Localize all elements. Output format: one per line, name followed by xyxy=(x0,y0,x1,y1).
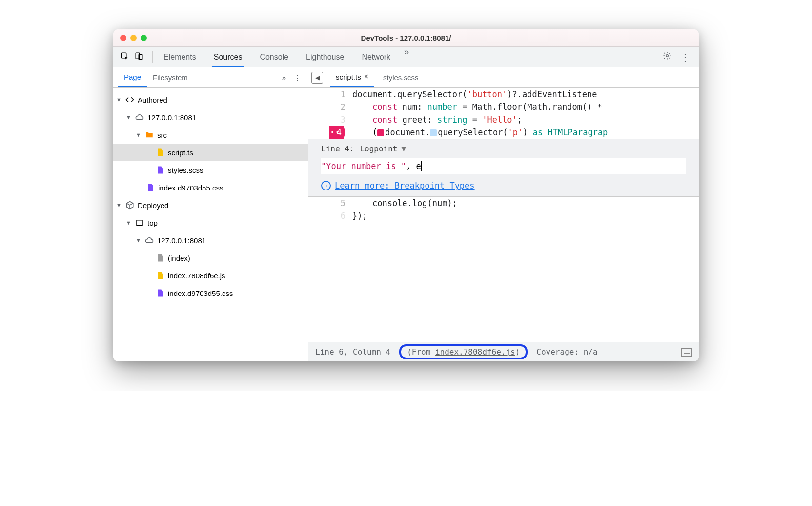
chevron-down-icon: ▼ xyxy=(402,144,406,153)
code-line[interactable]: const greet: string = 'Hello'; xyxy=(352,113,699,126)
navigator-toggle-icon[interactable]: ◀ xyxy=(311,72,323,84)
gutter[interactable]: 5 6 xyxy=(308,197,352,222)
cursor-position: Line 6, Column 4 xyxy=(315,347,390,357)
learn-more-text[interactable]: Learn more: Breakpoint Types xyxy=(335,181,475,190)
source-map-origin: (From index.7808df6e.js) xyxy=(399,344,528,359)
svg-point-3 xyxy=(666,54,669,57)
breakpoint-type-dropdown[interactable]: Logpoint ▼ xyxy=(360,144,406,153)
main-tabs: Elements Sources Console Lighthouse Netw… xyxy=(155,47,414,67)
navigator-sidebar: Page Filesystem » ⋮ ▼ Authored ▼ 127.0.0… xyxy=(113,67,308,361)
tree-label: index.d9703d55.css xyxy=(168,289,233,297)
tree-file-scriptts[interactable]: script.ts xyxy=(113,144,308,161)
source-map-link[interactable]: index.7808df6e.js xyxy=(435,347,515,357)
breakpoint-gutter-row[interactable]: 4 xyxy=(308,126,345,139)
file-icon xyxy=(155,253,165,263)
side-tab-filesystem[interactable]: Filesystem xyxy=(147,67,194,87)
chevron-down-icon: ▼ xyxy=(116,97,122,103)
code-line[interactable]: console.log(num); xyxy=(352,197,699,210)
tree-file-indexcss[interactable]: index.d9703d55.css xyxy=(113,179,308,196)
tab-network[interactable]: Network xyxy=(353,47,399,67)
tab-elements[interactable]: Elements xyxy=(155,47,205,67)
breakpoint-type-value: Logpoint xyxy=(360,144,397,153)
tree-label: top xyxy=(147,219,158,227)
column-marker-icon xyxy=(377,129,384,136)
frame-icon xyxy=(135,218,144,228)
gutter[interactable]: 1 2 3 4 xyxy=(308,88,352,139)
tree-group-deployed[interactable]: ▼ Deployed xyxy=(113,196,308,214)
logpoint-expression-input[interactable]: "Your number is ", e xyxy=(321,158,686,174)
navigator-tabs: Page Filesystem » ⋮ xyxy=(113,67,308,88)
logpoint-panel: Line 4: Logpoint ▼ "Your number is ", e … xyxy=(308,139,699,197)
inspect-element-icon[interactable] xyxy=(120,52,129,62)
titlebar: DevTools - 127.0.0.1:8081/ xyxy=(113,29,699,47)
tree-file-indexcss2[interactable]: index.d9703d55.css xyxy=(113,284,308,302)
line-number[interactable]: 5 xyxy=(308,197,345,210)
code-line[interactable]: }); xyxy=(352,210,699,222)
settings-gear-icon[interactable] xyxy=(663,51,671,63)
file-tab-label: styles.scss xyxy=(383,73,419,82)
tree-file-indexjs[interactable]: index.7808df6e.js xyxy=(113,267,308,284)
status-bar: Line 6, Column 4 (From index.7808df6e.js… xyxy=(308,342,699,361)
file-tabs: ◀ script.ts × styles.scss xyxy=(308,67,699,88)
tree-label: (index) xyxy=(168,254,190,262)
tree-folder-src[interactable]: ▼ src xyxy=(113,126,308,144)
tree-label: index.d9703d55.css xyxy=(158,184,223,192)
column-marker-icon xyxy=(430,129,437,136)
separator xyxy=(152,51,153,63)
tree-label: src xyxy=(157,131,167,139)
main-toolbar: Elements Sources Console Lighthouse Netw… xyxy=(113,47,699,67)
tree-file-index[interactable]: (index) xyxy=(113,249,308,267)
line-number[interactable]: 6 xyxy=(308,210,345,222)
body-split: Page Filesystem » ⋮ ▼ Authored ▼ 127.0.0… xyxy=(113,67,699,361)
file-tab-label: script.ts xyxy=(336,73,361,81)
tree-label: index.7808df6e.js xyxy=(168,272,225,280)
line-number[interactable]: 3 xyxy=(308,113,345,126)
file-js-icon xyxy=(155,148,165,157)
line-number[interactable]: 1 xyxy=(308,88,345,101)
tree-top[interactable]: ▼ top xyxy=(113,214,308,232)
toggle-drawer-icon[interactable] xyxy=(681,348,692,357)
tree-label: 127.0.0.1:8081 xyxy=(157,236,206,245)
tab-console[interactable]: Console xyxy=(251,47,297,67)
tree-file-stylesscss[interactable]: styles.scss xyxy=(113,161,308,179)
code[interactable]: console.log(num); }); xyxy=(352,197,699,222)
tree-label: 127.0.0.1:8081 xyxy=(147,113,196,122)
device-toggle-icon[interactable] xyxy=(135,52,143,62)
file-tab-scriptts[interactable]: script.ts × xyxy=(330,67,374,87)
tab-sources[interactable]: Sources xyxy=(205,47,251,67)
chevron-down-icon: ▼ xyxy=(126,114,132,120)
file-css-icon xyxy=(155,288,165,298)
package-icon xyxy=(125,200,135,210)
line-number[interactable]: 2 xyxy=(308,101,345,113)
more-tabs-chevron-icon[interactable]: » xyxy=(399,47,414,67)
editor-pane: ◀ script.ts × styles.scss 1 2 3 4 xyxy=(308,67,699,361)
kebab-menu-icon[interactable]: ⋮ xyxy=(680,51,691,63)
side-tab-page[interactable]: Page xyxy=(118,67,147,87)
window-title: DevTools - 127.0.0.1:8081/ xyxy=(113,34,699,42)
tree-label: script.ts xyxy=(168,148,193,157)
file-js-icon xyxy=(155,271,165,280)
file-tab-stylesscss[interactable]: styles.scss xyxy=(377,67,425,87)
tree-host[interactable]: ▼ 127.0.0.1:8081 xyxy=(113,108,308,126)
code-line[interactable]: const num: number = Math.floor(Math.rand… xyxy=(352,101,699,113)
code-area: 1 2 3 4 document.querySelector('button')… xyxy=(308,88,699,361)
chevron-down-icon: ▼ xyxy=(116,202,122,208)
tree-group-authored[interactable]: ▼ Authored xyxy=(113,91,308,108)
coverage-status: Coverage: n/a xyxy=(536,347,597,357)
close-tab-icon[interactable]: × xyxy=(364,73,368,81)
svg-rect-4 xyxy=(137,220,142,226)
cloud-icon xyxy=(144,235,154,245)
learn-more-link[interactable]: → Learn more: Breakpoint Types xyxy=(321,181,686,190)
arrow-right-circle-icon: → xyxy=(321,181,331,190)
more-side-tabs-chevron-icon[interactable]: » xyxy=(282,73,286,82)
side-kebab-icon[interactable]: ⋮ xyxy=(294,73,301,82)
tab-lighthouse[interactable]: Lighthouse xyxy=(297,47,353,67)
tree-host2[interactable]: ▼ 127.0.0.1:8081 xyxy=(113,232,308,249)
chevron-down-icon: ▼ xyxy=(136,237,142,243)
code-line[interactable]: document.querySelector('button')?.addEve… xyxy=(352,88,699,101)
chevron-down-icon: ▼ xyxy=(136,132,142,138)
tree-label: styles.scss xyxy=(168,166,203,174)
code-line[interactable]: (document.querySelector('p') as HTMLPara… xyxy=(352,126,699,139)
tree-label: Authored xyxy=(138,96,167,104)
code[interactable]: document.querySelector('button')?.addEve… xyxy=(352,88,699,139)
